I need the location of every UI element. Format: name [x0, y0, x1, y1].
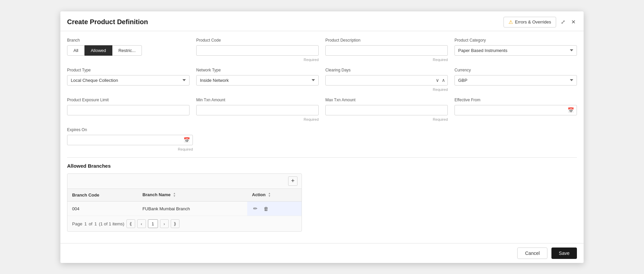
form-row-4: Expires On 📅 Required	[67, 127, 577, 151]
product-type-label: Product Type	[67, 68, 190, 72]
effective-from-group: Effective From May 12, 2022 📅	[454, 98, 577, 121]
action-sort-icon[interactable]: ▲ ▼	[268, 192, 271, 198]
errors-overrides-button[interactable]: ⚠ Errors & Overrides	[503, 17, 556, 28]
branches-table: Branch Code Branch Name ▲ ▼ Action	[67, 189, 302, 216]
min-txn-amount-input[interactable]	[196, 105, 319, 115]
form-row-2: Product Type Local Cheque Collection Net…	[67, 68, 577, 92]
effective-from-calendar-btn[interactable]: 📅	[568, 107, 574, 113]
expires-on-input[interactable]	[67, 135, 193, 145]
modal-title: Create Product Definition	[67, 18, 148, 26]
cell-action: ✏ 🗑	[247, 202, 302, 216]
branch-name-sort-icon[interactable]: ▲ ▼	[173, 192, 176, 198]
clearing-days-up-btn[interactable]: ∧	[441, 77, 446, 84]
max-txn-amount-input[interactable]	[325, 105, 448, 115]
modal-body: Branch All Allowed Restric... Product Co…	[60, 31, 584, 243]
currency-group: Currency GBP	[454, 68, 577, 92]
form-row-1: Branch All Allowed Restric... Product Co…	[67, 38, 577, 62]
allowed-branches-table-container: + Branch Code Branch Name ▲ ▼	[67, 173, 302, 232]
product-type-group: Product Type Local Cheque Collection	[67, 68, 190, 92]
clearing-days-label: Clearing Days	[325, 68, 448, 72]
add-branch-button[interactable]: +	[288, 176, 298, 186]
items-label: (1 of 1 items)	[99, 221, 124, 226]
col-action: Action ▲ ▼	[247, 189, 302, 202]
product-exposure-limit-input[interactable]	[67, 105, 190, 115]
section-divider	[67, 157, 577, 158]
min-txn-amount-required: Required	[196, 117, 319, 121]
expires-on-input-wrap: 📅	[67, 135, 193, 145]
pagination: Page 1 of 1 (1 of 1 items) ⟪ ‹ › ⟫	[67, 216, 302, 231]
effective-from-label: Effective From	[454, 98, 577, 102]
expires-on-group: Expires On 📅 Required	[67, 127, 193, 151]
product-code-group: Product Code Required	[196, 38, 319, 62]
first-page-btn[interactable]: ⟪	[126, 219, 135, 228]
max-txn-amount-label: Max Txn Amount	[325, 98, 448, 102]
page-label: Page	[72, 221, 82, 226]
product-category-select[interactable]: Paper Based Instruments	[454, 45, 577, 56]
col-branch-name-label: Branch Name	[143, 192, 171, 197]
table-toolbar: +	[67, 174, 302, 189]
next-page-btn[interactable]: ›	[160, 219, 169, 228]
page-number-input[interactable]	[148, 219, 158, 228]
delete-branch-button[interactable]: 🗑	[262, 205, 270, 212]
table-body: 004 FUBank Mumbai Branch ✏ 🗑	[67, 202, 302, 216]
network-type-select[interactable]: Inside Network	[196, 75, 319, 86]
modal-header: Create Product Definition ⚠ Errors & Ove…	[60, 11, 584, 31]
col-branch-name: Branch Name ▲ ▼	[138, 189, 248, 202]
product-description-label: Product Description	[325, 38, 448, 43]
edit-branch-button[interactable]: ✏	[252, 205, 259, 212]
network-type-label: Network Type	[196, 68, 319, 72]
effective-from-input[interactable]: May 12, 2022	[454, 105, 577, 115]
clearing-days-icons: ∨ ∧	[435, 77, 446, 84]
save-button[interactable]: Save	[551, 248, 577, 259]
clearing-days-input[interactable]	[325, 75, 448, 86]
product-code-label: Product Code	[196, 38, 319, 43]
product-code-input[interactable]	[196, 45, 319, 56]
col-action-label: Action	[252, 192, 265, 197]
currency-select[interactable]: GBP	[454, 75, 577, 86]
product-description-input[interactable]	[325, 45, 448, 56]
clearing-days-down-btn[interactable]: ∨	[435, 77, 440, 84]
product-exposure-limit-group: Product Exposure Limit	[67, 98, 190, 121]
maximize-button[interactable]: ⤢	[559, 17, 567, 26]
max-txn-amount-required: Required	[325, 117, 448, 121]
allowed-branches-title: Allowed Branches	[67, 163, 577, 169]
branch-restrict-btn[interactable]: Restric...	[112, 45, 142, 56]
clearing-days-group: Clearing Days ∨ ∧ Required	[325, 68, 448, 92]
expires-on-required: Required	[67, 147, 193, 151]
currency-label: Currency	[454, 68, 577, 72]
branch-all-btn[interactable]: All	[67, 45, 85, 56]
product-type-select[interactable]: Local Cheque Collection	[67, 75, 190, 86]
branch-group: Branch All Allowed Restric...	[67, 38, 190, 62]
header-actions: ⚠ Errors & Overrides ⤢ ✕	[503, 17, 577, 28]
expires-on-calendar-btn[interactable]: 📅	[183, 137, 190, 143]
cancel-button[interactable]: Cancel	[517, 248, 547, 259]
close-button[interactable]: ✕	[570, 17, 577, 26]
min-txn-amount-group: Min Txn Amount Required	[196, 98, 319, 121]
table-head: Branch Code Branch Name ▲ ▼ Action	[67, 189, 302, 202]
product-exposure-limit-label: Product Exposure Limit	[67, 98, 190, 102]
effective-from-input-wrap: May 12, 2022 📅	[454, 105, 577, 115]
col-branch-code-label: Branch Code	[72, 193, 99, 198]
of-label: of	[89, 221, 93, 226]
table-row: 004 FUBank Mumbai Branch ✏ 🗑	[67, 202, 302, 216]
min-txn-amount-label: Min Txn Amount	[196, 98, 319, 102]
branch-toggle: All Allowed Restric...	[67, 45, 190, 56]
product-code-required: Required	[196, 58, 319, 62]
col-branch-code: Branch Code	[67, 189, 138, 202]
modal-footer: Cancel Save	[60, 243, 584, 263]
branch-allowed-btn[interactable]: Allowed	[85, 45, 112, 56]
network-type-group: Network Type Inside Network	[196, 68, 319, 92]
clearing-days-required: Required	[325, 88, 448, 92]
branch-label: Branch	[67, 38, 190, 43]
cell-branch-name: FUBank Mumbai Branch	[138, 202, 248, 216]
product-category-label: Product Category	[454, 38, 577, 43]
total-pages: 1	[94, 221, 97, 226]
max-txn-amount-group: Max Txn Amount Required	[325, 98, 448, 121]
prev-page-btn[interactable]: ‹	[137, 219, 146, 228]
errors-btn-label: Errors & Overrides	[515, 19, 551, 24]
product-description-required: Required	[325, 58, 448, 62]
action-cell: ✏ 🗑	[252, 205, 297, 212]
last-page-btn[interactable]: ⟫	[171, 219, 179, 228]
current-page: 1	[84, 221, 87, 226]
product-description-group: Product Description Required	[325, 38, 448, 62]
